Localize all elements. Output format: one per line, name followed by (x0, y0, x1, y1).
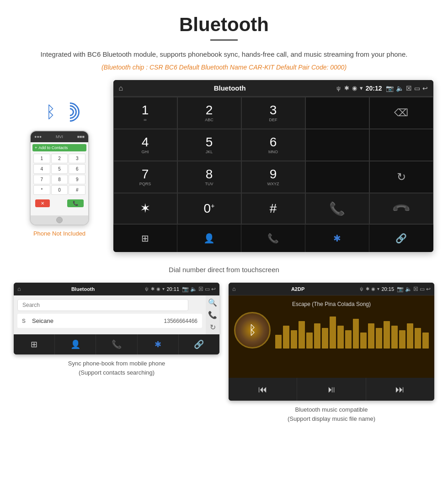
equalizer-bar (368, 323, 374, 349)
pb-vol-icon[interactable]: 🔈 (190, 286, 197, 292)
camera-icon[interactable]: 📷 (386, 85, 394, 92)
dial-key-0[interactable]: 0+ (177, 193, 241, 224)
music-close-icon[interactable]: ☒ (413, 286, 418, 292)
music-playpause-button[interactable]: ⏯ (297, 378, 366, 401)
music-wifi-icon: ▾ (377, 286, 379, 291)
phone-bottom-bar (31, 215, 88, 225)
pkey-star: * (33, 185, 50, 195)
bottom-panels: ⌂ Bluetooth ψ ✱ ◉ ▾ 20:11 📷 🔈 ☒ ▭ ↩ (0, 283, 448, 437)
pb-back-icon[interactable]: ↩ (211, 286, 216, 292)
dial-bottom-keypad[interactable]: ⊞ (113, 225, 177, 252)
equalizer-bar (283, 326, 289, 349)
status-icons: ✱ ◉ ▾ 20:12 (344, 85, 382, 92)
music-screen: ⌂ A2DP ψ ✱ ◉ ▾ 20:15 📷 🔈 ☒ ▭ ↩ (229, 283, 434, 401)
equalizer-bar (422, 333, 429, 349)
music-back-icon[interactable]: ↩ (426, 286, 431, 292)
phonebook-search-input[interactable] (17, 299, 188, 311)
dial-key-5[interactable]: 5 JKL (177, 129, 241, 161)
dial-key-6[interactable]: 6 MNO (241, 129, 305, 161)
phonebook-contact-row[interactable]: S Seicane 13566664466 (17, 314, 202, 328)
equalizer-bar (391, 326, 398, 349)
dial-key-star[interactable]: ✶ (113, 193, 177, 224)
dial-refresh[interactable]: ↻ (369, 161, 433, 193)
equalizer-bar (306, 333, 313, 349)
dial-key-hash[interactable]: # (241, 193, 305, 224)
dial-call-red[interactable]: 📞 (369, 193, 433, 224)
pb-status-icons: ✱ ◉ ▾ 20:11 (151, 286, 179, 292)
volume-icon[interactable]: 🔈 (396, 85, 404, 92)
music-time: 20:15 (381, 286, 394, 292)
dial-key-4[interactable]: 4 GHI (113, 129, 177, 161)
pkey-hash: # (69, 185, 85, 195)
music-win-icon[interactable]: ▭ (420, 286, 425, 292)
pb-win-icon[interactable]: ▭ (205, 286, 210, 292)
music-next-button[interactable]: ⏭ (366, 378, 434, 401)
equalizer-bar (376, 328, 382, 349)
dial-call-green[interactable]: 📞 (305, 193, 369, 224)
music-screen-title: A2DP (239, 286, 357, 292)
dial-bottom-link[interactable]: 🔗 (369, 225, 433, 252)
pb-bottom-keypad[interactable]: ⊞ (14, 334, 55, 354)
page-title: Bluetooth (9, 14, 439, 36)
equalizer-bar (360, 333, 367, 349)
close-icon[interactable]: ☒ (406, 85, 412, 92)
dial-empty-1 (305, 97, 369, 129)
phonebook-caption: Sync phone-book from mobile phone (Suppo… (68, 359, 165, 377)
pb-call-icon[interactable]: 📞 (208, 311, 217, 319)
equalizer-bar (384, 321, 390, 349)
contact-number: 13566664466 (164, 318, 197, 324)
dial-key-9[interactable]: 9 WXYZ (241, 161, 305, 193)
equalizer-bar (399, 330, 405, 349)
dial-key-2[interactable]: 2 ABC (177, 97, 241, 129)
back-icon[interactable]: ↩ (422, 85, 428, 92)
pb-close-icon[interactable]: ☒ (198, 286, 203, 292)
pkey-6: 6 (69, 164, 85, 174)
pb-bottom-contacts[interactable]: 👤 (55, 334, 96, 354)
phone-add-contact: +Add to Contacts (32, 144, 86, 151)
dial-key-1[interactable]: 1 ∞ (113, 97, 177, 129)
pb-refresh-icon[interactable]: ↻ (210, 323, 216, 332)
equalizer-bar (291, 330, 297, 349)
music-prev-button[interactable]: ⏮ (229, 378, 297, 401)
phonebook-screen: ⌂ Bluetooth ψ ✱ ◉ ▾ 20:11 📷 🔈 ☒ ▭ ↩ (14, 283, 219, 354)
screen-statusbar: ⌂ Bluetooth ψ ✱ ◉ ▾ 20:12 📷 🔈 ☒ ▭ ↩ (113, 80, 433, 97)
phone-signal: ●●● (34, 134, 42, 139)
phonebook-statusbar: ⌂ Bluetooth ψ ✱ ◉ ▾ 20:11 📷 🔈 ☒ ▭ ↩ (14, 283, 219, 295)
phonebook-panel: ⌂ Bluetooth ψ ✱ ◉ ▾ 20:11 📷 🔈 ☒ ▭ ↩ (14, 283, 219, 423)
pkey-8: 8 (51, 175, 68, 184)
pb-home-icon[interactable]: ⌂ (17, 285, 21, 292)
dial-bottom-bluetooth[interactable]: ✱ (305, 225, 369, 252)
pb-bottom-bt[interactable]: ✱ (138, 334, 179, 354)
music-camera-icon[interactable]: 📷 (397, 286, 404, 292)
album-art: ᛒ (234, 312, 271, 349)
pkey-1: 1 (33, 154, 50, 163)
pb-bottom-link[interactable]: 🔗 (179, 334, 219, 354)
album-bt-icon: ᛒ (249, 323, 256, 338)
pb-bt-icon: ✱ (151, 286, 155, 291)
pb-search-icon[interactable]: 🔍 (208, 298, 217, 307)
equalizer-bar (299, 321, 305, 349)
header-description: Integrated with BC6 Bluetooth module, su… (9, 49, 439, 60)
window-icon[interactable]: ▭ (414, 85, 420, 92)
dial-bottom-contacts[interactable]: 👤 (177, 225, 241, 252)
phone-keypad: 1 2 3 4 5 6 7 8 9 * 0 # (32, 153, 86, 196)
pb-camera-icon[interactable]: 📷 (182, 286, 189, 292)
dial-key-7[interactable]: 7 PQRS (113, 161, 177, 193)
equalizer-bar (337, 326, 344, 349)
equalizer-bar (407, 323, 413, 349)
phonebook-body: S Seicane 13566664466 🔍 📞 ↻ (14, 295, 219, 334)
music-home-icon[interactable]: ⌂ (232, 285, 236, 292)
music-vol-icon[interactable]: 🔈 (405, 286, 412, 292)
home-icon[interactable]: ⌂ (119, 84, 123, 92)
car-dial-screen: ⌂ Bluetooth ψ ✱ ◉ ▾ 20:12 📷 🔈 ☒ ▭ ↩ 1 ∞ (113, 80, 433, 252)
dial-bottom-phone[interactable]: 📞 (241, 225, 305, 252)
dial-key-3[interactable]: 3 DEF (241, 97, 305, 129)
dial-key-8[interactable]: 8 TUV (177, 161, 241, 193)
status-right-icons: 📷 🔈 ☒ ▭ ↩ (386, 85, 428, 92)
dial-backspace[interactable]: ⌫ (369, 97, 433, 129)
equalizer-bar (275, 335, 282, 349)
phone-screen: +Add to Contacts 1 2 3 4 5 6 7 8 9 * 0 # (31, 142, 88, 215)
equalizer-bar (415, 328, 421, 349)
pb-bottom-phone[interactable]: 📞 (96, 334, 137, 354)
music-caption: Bluetooth music compatible (Support disp… (288, 405, 375, 423)
